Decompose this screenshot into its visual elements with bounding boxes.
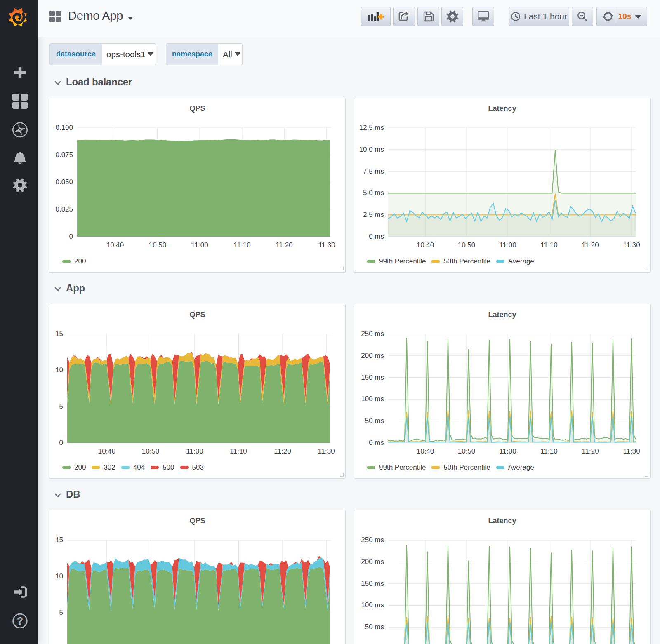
svg-text:?: ?: [17, 615, 23, 627]
